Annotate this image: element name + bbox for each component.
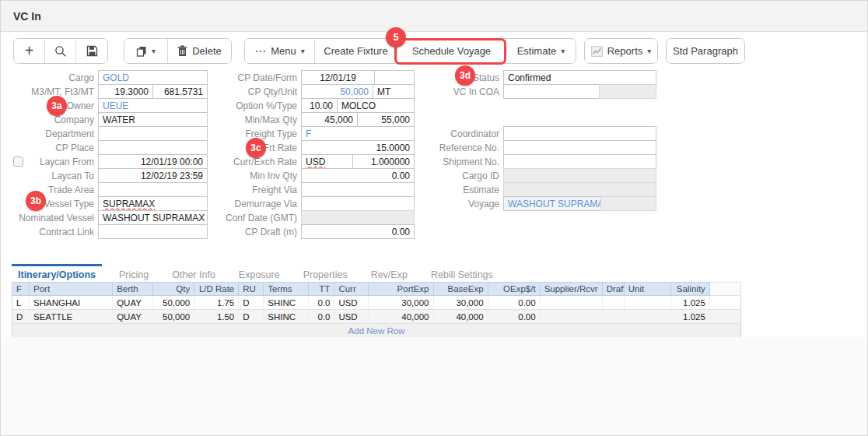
schedule-voyage-button[interactable]: Schedule Voyage <box>397 39 506 63</box>
option-type-input[interactable]: MOLCO <box>337 98 415 113</box>
nominated-vessel-input[interactable]: WASHOUT SUPRAMAX <box>98 210 208 225</box>
window-titlebar: VC In <box>1 1 867 32</box>
std-paragraph-button[interactable]: Std Paragraph <box>667 39 744 63</box>
annotation-badge-5: 5 <box>386 27 406 47</box>
cell-salinity[interactable]: 1.025 <box>670 296 709 310</box>
cell-draft[interactable] <box>602 296 624 310</box>
tab-rebill-settings[interactable]: Rebill Settings <box>425 264 499 283</box>
cell-port[interactable]: SHANGHAI <box>30 296 113 310</box>
annotation-badge-3d: 3d <box>455 65 475 86</box>
company-input[interactable]: WATER <box>98 112 208 127</box>
cell-terms[interactable]: SHINC <box>264 296 309 310</box>
cell-ru[interactable]: D <box>239 296 264 310</box>
cell-l-d-rate[interactable]: 1.75 <box>194 296 239 310</box>
new-button[interactable]: + <box>14 39 45 63</box>
cell-oexp-t[interactable]: 0.00 <box>488 310 540 324</box>
tab-pricing[interactable]: Pricing <box>113 264 155 283</box>
table-row[interactable]: DSEATTLEQUAY50,0001.50DSHINC0.0USD40,000… <box>12 310 741 324</box>
owner-input[interactable]: UEUE <box>98 98 208 113</box>
vessel-type-input[interactable]: SUPRAMAX <box>98 196 208 211</box>
cp-draft-label: CP Draft (m) <box>222 227 301 237</box>
vc-in-coa-input[interactable] <box>503 84 600 99</box>
tab-other-info[interactable]: Other Info <box>166 264 222 283</box>
tab-itinerary-options[interactable]: Itinerary/Options <box>12 264 102 283</box>
column-header-f: F <box>12 283 30 296</box>
reference-no-input[interactable] <box>503 140 656 155</box>
cell-oexp-t[interactable]: 0.00 <box>488 296 540 310</box>
cp-place-input[interactable] <box>98 140 208 155</box>
cell-f[interactable]: D <box>12 310 30 324</box>
department-input[interactable] <box>98 126 208 141</box>
cell-baseexp[interactable]: 30,000 <box>433 296 488 310</box>
laycan-checkbox[interactable] <box>13 156 23 167</box>
cell-curr[interactable]: USD <box>334 296 369 310</box>
trade-area-label: Trade Area <box>12 185 98 195</box>
cell-port[interactable]: SEATTLE <box>30 310 113 324</box>
cell-portexp[interactable]: 40,000 <box>369 310 433 324</box>
laycan-to-input[interactable]: 12/02/19 23:59 <box>98 168 208 183</box>
create-fixture-button[interactable]: Create Fixture <box>315 39 397 63</box>
cell-draft[interactable] <box>602 310 624 324</box>
cell-terms[interactable]: SHINC <box>264 310 309 324</box>
delete-button[interactable]: Delete <box>168 39 231 63</box>
cp-date-input[interactable]: 12/01/19 <box>301 70 375 85</box>
cell-berth[interactable]: QUAY <box>113 296 153 310</box>
cell-supplier-rcvr[interactable] <box>540 296 602 310</box>
column-header-curr: Curr <box>334 283 369 296</box>
tab-rev-exp[interactable]: Rev/Exp <box>365 264 414 283</box>
contract-link-input[interactable] <box>98 224 208 239</box>
trade-area-input[interactable] <box>98 182 208 197</box>
voyage-input[interactable]: WASHOUT SUPRAMA <box>503 196 601 211</box>
cell-unit[interactable] <box>624 296 670 310</box>
coordinator-input[interactable] <box>503 126 656 141</box>
cell-unit[interactable] <box>624 310 670 324</box>
cp-qty-input[interactable]: 50,000 <box>301 84 373 99</box>
add-new-row-button[interactable]: Add New Row <box>12 324 741 338</box>
reports-button[interactable]: Reports ▾ <box>585 39 657 63</box>
ft3mt-input[interactable]: 681.5731 <box>152 84 208 99</box>
save-button[interactable] <box>76 39 107 63</box>
freight-via-input[interactable] <box>301 182 415 197</box>
tab-properties[interactable]: Properties <box>297 264 354 283</box>
form-column-right: Status Confirmed VC In COA Coordinator R… <box>405 71 656 211</box>
table-row[interactable]: LSHANGHAIQUAY50,0001.75DSHINC0.0USD30,00… <box>12 296 741 310</box>
cell-filler[interactable] <box>709 310 740 324</box>
laycan-from-input[interactable]: 12/01/19 00:00 <box>98 154 208 169</box>
cell-portexp[interactable]: 30,000 <box>369 296 433 310</box>
cell-tt[interactable]: 0.0 <box>309 296 334 310</box>
cell-qty[interactable]: 50,000 <box>153 296 194 310</box>
cell-l-d-rate[interactable]: 1.50 <box>194 310 239 324</box>
cell-tt[interactable]: 0.0 <box>309 310 334 324</box>
menu-button[interactable]: ⋯ Menu ▾ <box>245 39 315 63</box>
cp-draft-input[interactable]: 0.00 <box>301 224 415 239</box>
tab-exposure[interactable]: Exposure <box>233 264 286 283</box>
status-input[interactable]: Confirmed <box>503 70 656 85</box>
cell-baseexp[interactable]: 40,000 <box>433 310 488 324</box>
cell-ru[interactable]: D <box>239 310 264 324</box>
shipment-no-input[interactable] <box>503 154 656 169</box>
cargo-input[interactable]: GOLD <box>98 70 208 85</box>
cell-f[interactable]: L <box>12 296 30 310</box>
min-inv-qty-input[interactable]: 0.00 <box>301 168 415 183</box>
freight-type-input[interactable]: F <box>301 126 415 141</box>
cell-supplier-rcvr[interactable] <box>540 310 602 324</box>
cargo-label: Cargo <box>12 72 98 83</box>
cell-qty[interactable]: 50,000 <box>153 310 194 324</box>
cell-curr[interactable]: USD <box>334 310 369 324</box>
curr-input[interactable]: USD <box>301 154 353 169</box>
search-button[interactable] <box>45 39 76 63</box>
page-title: VC In <box>13 10 41 23</box>
copy-dropdown-button[interactable]: ▾ <box>124 39 168 63</box>
cargo-id-input <box>503 168 656 183</box>
demurrage-via-input[interactable] <box>301 196 415 211</box>
cell-salinity[interactable]: 1.025 <box>670 310 709 324</box>
option-pct-input[interactable]: 10.00 <box>301 98 338 113</box>
cell-berth[interactable]: QUAY <box>113 310 153 324</box>
delete-button-label: Delete <box>192 45 222 57</box>
estimate-button[interactable]: Estimate ▾ <box>506 39 576 63</box>
m3mt-input[interactable]: 19.3000 <box>98 84 153 99</box>
cell-filler[interactable] <box>709 296 740 310</box>
nominated-vessel-label: Nominated Vessel <box>12 213 98 223</box>
min-qty-input[interactable]: 45,000 <box>301 112 358 127</box>
frt-rate-input[interactable]: 15.0000 <box>301 140 415 155</box>
